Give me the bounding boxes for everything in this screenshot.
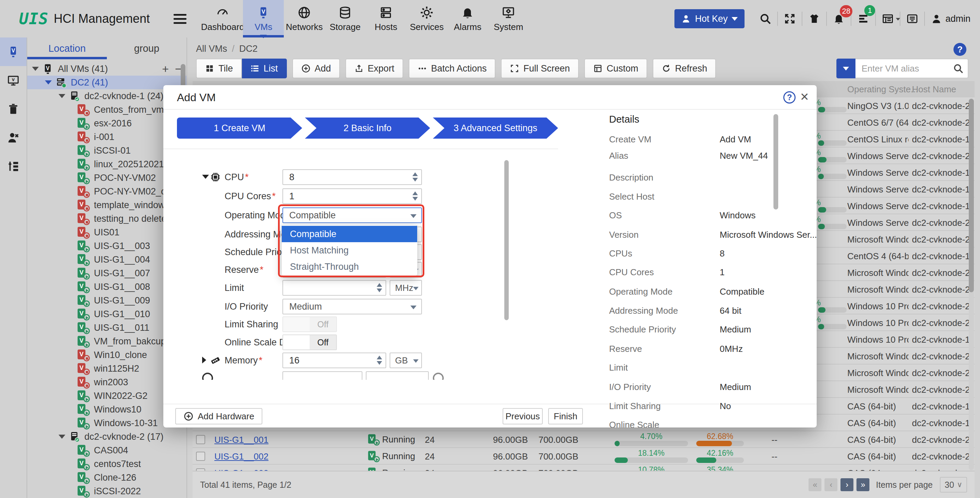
step-up-icon[interactable] xyxy=(412,192,418,195)
vm-alias-link[interactable]: UIS-G1__003 xyxy=(215,468,337,471)
tree-item[interactable]: ViSCSI-2022 xyxy=(27,484,186,498)
caret-right-icon[interactable] xyxy=(202,357,206,364)
close-icon[interactable]: × xyxy=(800,89,809,104)
tree-item[interactable]: Vesx-2016 xyxy=(27,117,186,130)
number-input-cpu[interactable]: 8 xyxy=(282,169,422,185)
shirt-icon-button[interactable] xyxy=(802,9,826,28)
page-button[interactable]: › xyxy=(840,478,853,491)
nav-item-system[interactable]: System xyxy=(488,0,529,37)
row-checkbox[interactable] xyxy=(196,468,205,471)
messages-button[interactable] xyxy=(900,9,924,28)
tree-item[interactable]: VUIS-G1__007 xyxy=(27,267,186,280)
select-i-o-priority[interactable]: Medium xyxy=(282,299,422,314)
nav-item-dashboard[interactable]: Dashboard xyxy=(202,0,243,37)
caret-down-icon[interactable] xyxy=(59,94,65,98)
tree-item[interactable]: VUIS01 xyxy=(27,225,186,239)
tree-item[interactable]: VCentos_from_vmware xyxy=(27,103,186,117)
list-view-button[interactable]: List xyxy=(242,59,287,78)
tree-item[interactable]: VUIS-G1__004 xyxy=(27,253,186,267)
tree-item[interactable]: ViSCSI-01 xyxy=(27,144,186,157)
breadcrumb-item[interactable]: DC2 xyxy=(239,44,258,54)
tree-item[interactable]: Vtemplate_window10__00 xyxy=(27,198,186,212)
step-down-icon[interactable] xyxy=(412,197,418,201)
tab-group[interactable]: group xyxy=(107,37,186,59)
wizard-step-2[interactable]: 2 Basic Info xyxy=(305,118,430,139)
breadcrumb-item[interactable]: All VMs xyxy=(196,44,227,54)
rail-vm-settings[interactable] xyxy=(0,152,27,180)
refresh-button[interactable]: Refresh xyxy=(653,59,716,78)
nav-item-services[interactable]: Services xyxy=(406,0,447,37)
column-header[interactable]: Host Name xyxy=(912,84,956,95)
export-button[interactable]: Export xyxy=(345,59,403,78)
table-scrollbar[interactable] xyxy=(969,98,974,470)
dropdown-option[interactable]: Straight-Through xyxy=(282,259,417,275)
tile-view-button[interactable]: Tile xyxy=(196,59,242,78)
column-header[interactable]: Operating Syste... xyxy=(847,84,918,95)
items-per-page-select[interactable]: 30∨ xyxy=(940,477,967,493)
batch-actions-button[interactable]: Batch Actions xyxy=(409,59,496,78)
rail-console[interactable]: v xyxy=(0,66,27,95)
search-filter-dropdown-button[interactable] xyxy=(837,59,856,78)
tree-item[interactable]: VWIN2022-G2 xyxy=(27,389,186,402)
tree-item[interactable]: VWin10_clone xyxy=(27,348,186,362)
form-scrollbar[interactable] xyxy=(504,160,509,320)
vm-alias-link[interactable]: UIS-G1__002 xyxy=(215,451,337,462)
table-row[interactable]: UIS-G1__001VRunning2496.00GB700.00GB4.70… xyxy=(192,431,975,448)
tree-item[interactable]: VUIS-G1__011 xyxy=(27,321,186,335)
tasks-button[interactable]: 1 xyxy=(851,9,875,28)
rail-recycle-bin[interactable] xyxy=(0,95,27,123)
tree-item[interactable]: Vlinux_20251202113152 xyxy=(27,157,186,171)
unit-select-limit[interactable]: MHz xyxy=(390,280,422,296)
custom-button[interactable]: Custom xyxy=(584,59,647,78)
nav-item-storage[interactable]: Storage xyxy=(325,0,366,37)
hot-key-button[interactable]: Hot Key xyxy=(675,9,745,28)
table-config-button[interactable] xyxy=(876,9,900,28)
step-up-icon[interactable] xyxy=(377,283,382,287)
previous-button[interactable]: Previous xyxy=(503,408,543,425)
number-input-cpu-cores[interactable]: 1 xyxy=(282,188,422,204)
nav-item-vms[interactable]: VVMs xyxy=(243,0,284,37)
tree-item[interactable]: dc2-cvknode-2 (17) xyxy=(27,430,186,444)
tab-location[interactable]: Location xyxy=(27,37,107,59)
caret-down-icon[interactable] xyxy=(45,80,52,85)
full-screen-button[interactable]: Full Screen xyxy=(501,59,579,78)
tree-item[interactable]: VPOC-NY-VM02 xyxy=(27,171,186,185)
table-row[interactable]: UIS-G1__003VRunning2496.00GB700.00GB10.7… xyxy=(192,464,975,471)
rail-vms[interactable]: V xyxy=(0,37,27,66)
page-button[interactable]: « xyxy=(808,478,821,491)
number-input-limit[interactable] xyxy=(282,280,386,296)
caret-down-icon[interactable] xyxy=(202,175,209,179)
fullscreen-button[interactable] xyxy=(778,9,802,28)
tree-item[interactable]: dc2-cvknode-1 (24) xyxy=(27,89,186,103)
row-checkbox[interactable] xyxy=(196,435,205,444)
step-down-icon[interactable] xyxy=(377,289,382,292)
tree-item[interactable]: VClone-126 xyxy=(27,471,186,484)
page-button[interactable]: ‹ xyxy=(824,478,837,491)
nav-item-hosts[interactable]: Hosts xyxy=(366,0,406,37)
dropdown-option[interactable]: Host Matching xyxy=(282,242,417,259)
tree-item[interactable]: VUIS-G1__010 xyxy=(27,307,186,321)
refresh-circle-icon[interactable] xyxy=(433,373,444,380)
hamburger-menu-icon[interactable] xyxy=(173,14,186,24)
tree-item[interactable]: DC2 (41) xyxy=(27,76,186,89)
tree-item[interactable]: Vwin1125H2 xyxy=(27,362,186,375)
tree-item[interactable]: VVM_from_bakcup-vmwar xyxy=(27,335,186,348)
search-button[interactable] xyxy=(753,9,777,28)
unit-select-memory[interactable]: GB xyxy=(390,353,422,368)
step-down-icon[interactable] xyxy=(412,178,418,182)
wizard-step-3[interactable]: 3 Advanced Settings xyxy=(433,118,558,139)
row-checkbox[interactable] xyxy=(196,452,205,461)
add-button[interactable]: Add xyxy=(292,59,340,78)
tree-item[interactable]: Vtestting_no delete xyxy=(27,212,186,225)
vm-alias-link[interactable]: UIS-G1__001 xyxy=(215,435,337,445)
step-up-icon[interactable] xyxy=(412,172,418,176)
toggle-limit-sharing[interactable]: Off xyxy=(282,316,337,332)
nav-item-alarms[interactable]: Alarms xyxy=(447,0,488,37)
tree-item[interactable]: Vcentos7test xyxy=(27,457,186,471)
finish-button[interactable]: Finish xyxy=(548,408,583,425)
details-scrollbar[interactable] xyxy=(773,114,778,209)
help-button[interactable]: ? xyxy=(953,43,966,56)
tree-item[interactable]: Vi-001 xyxy=(27,130,186,144)
add-group-button[interactable]: + xyxy=(162,64,169,74)
stepper-arrows[interactable] xyxy=(412,192,418,201)
